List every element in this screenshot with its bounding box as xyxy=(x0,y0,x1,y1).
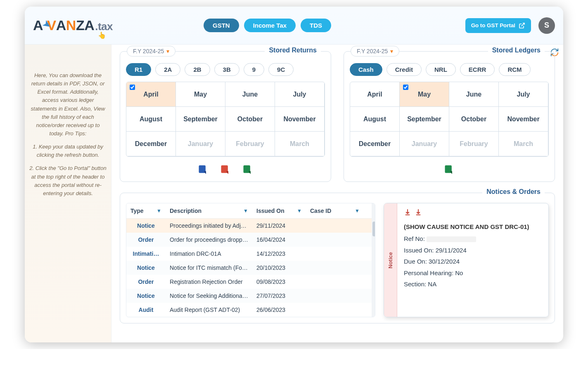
cell-case-id xyxy=(306,261,364,275)
go-to-portal-label: Go to GST Portal xyxy=(471,22,515,28)
chip-2b[interactable]: 2B xyxy=(185,63,210,76)
notices-tbody: NoticeProceedings initiated by Adj…29/11… xyxy=(126,219,375,317)
chip-2a[interactable]: 2A xyxy=(155,63,180,76)
ledgers-export-excel-button[interactable] xyxy=(443,163,455,175)
table-row[interactable]: Intimati…Intimation DRC-01A14/12/2023 xyxy=(126,247,375,261)
ledgers-month-january[interactable]: January xyxy=(400,132,449,156)
returns-month-checkbox[interactable] xyxy=(130,85,135,90)
returns-month-august[interactable]: August xyxy=(126,107,176,132)
stored-returns-panel: Stored Returns F.Y 2024-25 ▾ R1 2A 2B 3B… xyxy=(120,51,331,182)
returns-month-may[interactable]: May xyxy=(176,82,225,107)
ledgers-fy-dropdown[interactable]: F.Y 2024-25 ▾ xyxy=(351,46,399,57)
stored-ledgers-title: Stored Ledgers xyxy=(488,47,545,54)
svg-line-0 xyxy=(522,23,524,26)
th-type[interactable]: Type▼ xyxy=(126,203,166,218)
ledgers-month-august[interactable]: August xyxy=(350,107,400,132)
returns-month-july[interactable]: July xyxy=(275,82,325,107)
cell-type: Order xyxy=(126,233,166,247)
chevron-down-icon: ▾ xyxy=(390,48,393,54)
tab-tds[interactable]: TDS xyxy=(301,19,331,32)
filter-icon[interactable]: ▼ xyxy=(243,208,248,214)
cell-case-id xyxy=(306,289,364,303)
th-description[interactable]: Description▼ xyxy=(166,203,252,218)
scroll-thumb[interactable] xyxy=(372,222,375,236)
returns-month-grid: April May June July August September Oct… xyxy=(126,82,325,157)
filter-icon[interactable]: ▼ xyxy=(156,208,161,214)
ledgers-month-checkbox[interactable] xyxy=(403,85,408,90)
ref-no-redacted xyxy=(427,236,476,242)
returns-month-december[interactable]: December xyxy=(126,132,176,156)
ledgers-month-october[interactable]: October xyxy=(449,107,499,132)
cell-case-id xyxy=(306,275,364,289)
ledgers-month-july[interactable]: July xyxy=(499,82,548,107)
returns-fy-dropdown[interactable]: F.Y 2024-25 ▾ xyxy=(127,46,175,57)
ledgers-month-grid: April May June July August September Oct… xyxy=(350,82,549,157)
ledgers-month-april[interactable]: April xyxy=(350,82,400,107)
notice-section-row: Section: NA xyxy=(404,279,542,290)
chip-rcm[interactable]: RCM xyxy=(499,63,530,76)
export-pdf-button[interactable] xyxy=(220,163,231,175)
cell-description: Notice for Seeking Additiona… xyxy=(166,289,252,303)
chip-3b[interactable]: 3B xyxy=(214,63,239,76)
ledgers-month-may[interactable]: May xyxy=(400,82,449,107)
chip-cash[interactable]: Cash xyxy=(350,63,382,76)
export-excel-button[interactable] xyxy=(242,163,254,175)
table-row[interactable]: OrderRegistration Rejection Order09/08/2… xyxy=(126,275,375,289)
tab-gstn[interactable]: GSTN xyxy=(204,19,239,32)
notice-hearing-row: Personal Hearing: No xyxy=(404,268,542,278)
table-row[interactable]: NoticeProceedings initiated by Adj…29/11… xyxy=(126,219,375,233)
returns-month-february[interactable]: February xyxy=(225,132,275,156)
th-case-id[interactable]: Case ID▼ xyxy=(306,203,364,218)
filter-icon[interactable]: ▼ xyxy=(297,208,302,214)
th-issued-on[interactable]: Issued On▼ xyxy=(252,203,306,218)
chip-9[interactable]: 9 xyxy=(244,63,264,76)
sidebar-paragraph-3: 2. Click the "Go to Portal" button at th… xyxy=(29,164,107,198)
chip-credit[interactable]: Credit xyxy=(386,63,422,76)
filter-icon[interactable]: ▼ xyxy=(355,208,360,214)
table-row[interactable]: NoticeNotice for Seeking Additiona…27/07… xyxy=(126,289,375,303)
stored-ledgers-panel: Stored Ledgers F.Y 2024-25 ▾ Cash Credit… xyxy=(344,51,555,182)
ledgers-month-november[interactable]: November xyxy=(499,107,548,132)
cell-issued-on: 27/07/2023 xyxy=(252,289,306,303)
chip-9c[interactable]: 9C xyxy=(268,63,294,76)
notice-ref-row: Ref No: xyxy=(404,233,542,244)
hand-cursor-icon: 👆 xyxy=(98,31,106,39)
returns-month-october[interactable]: October xyxy=(225,107,275,132)
tab-income-tax[interactable]: Income Tax xyxy=(244,19,296,32)
cell-issued-on: 14/12/2023 xyxy=(252,247,306,261)
cell-description: Proceedings initiated by Adj… xyxy=(166,219,252,233)
table-row[interactable]: AuditAudit Report (GST ADT-02)26/06/2023 xyxy=(126,303,375,317)
ledgers-month-march[interactable]: March xyxy=(499,132,548,156)
cell-type: Notice xyxy=(126,261,166,275)
download-icon[interactable] xyxy=(415,208,422,219)
chip-ecrr[interactable]: ECRR xyxy=(460,63,495,76)
chip-r1[interactable]: R1 xyxy=(126,63,151,76)
returns-month-april[interactable]: April xyxy=(126,82,176,107)
returns-month-june[interactable]: June xyxy=(225,82,275,107)
ledgers-month-june[interactable]: June xyxy=(449,82,499,107)
returns-month-january[interactable]: January xyxy=(176,132,225,156)
returns-month-march[interactable]: March xyxy=(275,132,325,156)
table-row[interactable]: NoticeNotice for ITC mismatch (Fo…20/10/… xyxy=(126,261,375,275)
header-tabs: GSTN Income Tax TDS xyxy=(204,19,331,32)
ledgers-month-february[interactable]: February xyxy=(449,132,499,156)
ledgers-month-september[interactable]: September xyxy=(400,107,449,132)
table-scrollbar[interactable] xyxy=(372,203,375,317)
returns-month-september[interactable]: September xyxy=(176,107,225,132)
download-icon[interactable] xyxy=(404,208,411,219)
notice-due-row: Due On: 30/12/2024 xyxy=(404,256,542,267)
ledgers-fy-label: F.Y 2024-25 xyxy=(357,48,388,54)
user-avatar[interactable]: S xyxy=(538,17,555,34)
cell-description: Order for proceedings dropp… xyxy=(166,233,252,247)
returns-month-november[interactable]: November xyxy=(275,107,325,132)
table-row[interactable]: OrderOrder for proceedings dropp…16/04/2… xyxy=(126,233,375,247)
cell-type: Notice xyxy=(126,289,166,303)
cell-description: Audit Report (GST ADT-02) xyxy=(166,303,252,317)
cell-issued-on: 16/04/2024 xyxy=(252,233,306,247)
go-to-portal-button[interactable]: Go to GST Portal xyxy=(465,18,531,33)
notice-detail-card: Notice (SHOW CAUSE NOTICE AND GST DRC-01… xyxy=(384,203,549,317)
cell-case-id xyxy=(306,219,364,233)
chip-nrl[interactable]: NRL xyxy=(426,63,456,76)
ledgers-month-december[interactable]: December xyxy=(350,132,400,156)
export-json-button[interactable] xyxy=(197,163,209,175)
